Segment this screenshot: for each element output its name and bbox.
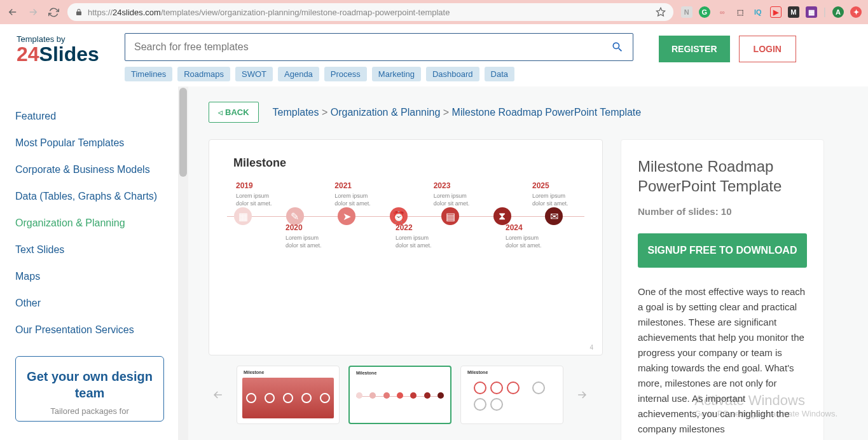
ext-icon[interactable]: ▶ <box>770 6 782 18</box>
tag-link[interactable]: Timelines <box>125 67 172 81</box>
crumb-category[interactable]: Organization & Planning <box>331 107 441 118</box>
sidebar-item-other[interactable]: Other <box>15 290 178 317</box>
thumb-prev-icon[interactable] <box>209 385 228 404</box>
address-bar[interactable]: https://24slides.com/templates/view/orga… <box>67 3 673 21</box>
browser-toolbar: https://24slides.com/templates/view/orga… <box>0 0 868 24</box>
cta-title: Get your own design team <box>22 368 157 401</box>
back-nav-icon[interactable] <box>6 6 19 18</box>
main-content: ◁BACK Templates > Organization & Plannin… <box>188 86 868 440</box>
tag-link[interactable]: Process <box>324 67 367 81</box>
sidebar-scrollbar[interactable] <box>178 86 188 440</box>
crumb-templates[interactable]: Templates <box>273 107 319 118</box>
breadcrumb: Templates > Organization & Planning > Mi… <box>273 107 642 118</box>
reload-icon[interactable] <box>47 6 60 18</box>
tag-list: Timelines Roadmaps SWOT Agenda Process M… <box>125 67 633 81</box>
ext-icon[interactable]: M <box>788 6 799 18</box>
url-text: https://24slides.com/templates/view/orga… <box>88 8 651 17</box>
ext-icon[interactable]: IQ <box>752 6 764 18</box>
ext-icon[interactable]: ▦ <box>806 6 817 18</box>
crumb-current[interactable]: Milestone Roadmap PowerPoint Template <box>452 107 642 118</box>
logo[interactable]: Templates by 24Slides <box>17 33 99 64</box>
ext-icon[interactable]: ✦ <box>850 6 862 18</box>
tag-link[interactable]: Agenda <box>278 67 319 81</box>
sidebar-item-popular[interactable]: Most Popular Templates <box>15 130 178 156</box>
extensions-tray: N G ∞ ⬚ IQ ▶ M ▦ | A ✦ <box>681 6 862 18</box>
sidebar-item-featured[interactable]: Featured <box>15 103 178 130</box>
cta-box[interactable]: Get your own design team Tailored packag… <box>15 356 164 422</box>
timeline-line: ▦ ✎ ➤ ⏰ ▤ ⧗ ✉ <box>227 216 584 217</box>
sidebar-item-services[interactable]: Our Presentation Services <box>15 317 178 343</box>
sidebar-item-text[interactable]: Text Slides <box>15 237 178 263</box>
thumbnail-strip: Milestone Milestone <box>209 366 603 424</box>
tag-link[interactable]: Dashboard <box>426 67 479 81</box>
slide-preview: Milestone 2019Lorem ipsum dolor sit amet… <box>209 139 603 355</box>
slide-count: Number of slides: 10 <box>638 206 807 217</box>
slide-title: Milestone <box>233 156 578 170</box>
svg-marker-0 <box>656 8 665 16</box>
slide-thumbnail[interactable]: Milestone <box>237 366 340 424</box>
ext-icon[interactable]: ⬚ <box>734 6 746 18</box>
tag-link[interactable]: SWOT <box>235 67 273 81</box>
cta-subtitle: Tailored packages for <box>22 406 157 416</box>
site-header: Templates by 24Slides Timelines Roadmaps… <box>0 24 868 86</box>
search-box[interactable] <box>125 33 633 61</box>
template-description: One of the most effective ways to reach … <box>638 284 807 437</box>
ext-icon[interactable]: N <box>681 6 692 18</box>
thumb-next-icon[interactable] <box>572 385 591 404</box>
ext-icon[interactable]: G <box>699 6 710 18</box>
sidebar-item-corporate[interactable]: Corporate & Business Models <box>15 156 178 183</box>
sidebar-item-maps[interactable]: Maps <box>15 263 178 290</box>
lock-icon <box>75 8 83 16</box>
ext-icon[interactable]: ∞ <box>717 6 728 18</box>
profile-icon[interactable]: A <box>832 6 844 18</box>
template-title: Milestone Roadmap PowerPoint Template <box>638 156 807 196</box>
download-button[interactable]: SIGNUP FREE TO DOWNLOAD <box>638 233 807 268</box>
tag-link[interactable]: Marketing <box>372 67 421 81</box>
register-button[interactable]: REGISTER <box>659 36 730 62</box>
tag-link[interactable]: Roadmaps <box>177 67 230 81</box>
forward-nav-icon[interactable] <box>27 6 39 18</box>
slide-page-number: 4 <box>589 344 593 351</box>
tag-link[interactable]: Data <box>485 67 514 81</box>
search-input[interactable] <box>134 41 611 53</box>
sidebar-item-organization[interactable]: Organization & Planning <box>15 210 178 237</box>
back-button[interactable]: ◁BACK <box>209 102 259 123</box>
category-sidebar: Featured Most Popular Templates Corporat… <box>0 86 178 428</box>
info-panel: Milestone Roadmap PowerPoint Template Nu… <box>621 139 824 440</box>
star-icon[interactable] <box>656 7 666 17</box>
slide-thumbnail[interactable]: Milestone <box>460 366 563 424</box>
login-button[interactable]: LOGIN <box>739 36 796 62</box>
slide-thumbnail[interactable]: Milestone <box>348 366 451 424</box>
sidebar-item-data[interactable]: Data (Tables, Graphs & Charts) <box>15 183 178 210</box>
search-icon[interactable] <box>611 41 624 53</box>
